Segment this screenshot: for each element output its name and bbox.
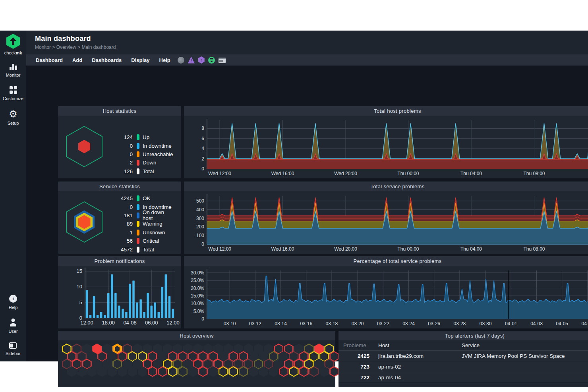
legend-row-up[interactable]: 124Up <box>110 133 176 141</box>
total-service-problems-chart[interactable]: 0100200300400500Wed 12:00Wed 16:00Wed 20… <box>184 191 588 255</box>
table-row[interactable]: 722ap-ms-04 <box>338 372 588 383</box>
host-hexagon[interactable] <box>228 366 238 377</box>
svg-text:15: 15 <box>77 268 82 274</box>
svg-text:04-07: 04-07 <box>582 321 588 326</box>
host-hexagon[interactable] <box>279 366 288 377</box>
brand-text: checkmk <box>4 50 22 55</box>
table-header-row: ProblemeHostService <box>338 340 588 351</box>
page: checkmk Monitor Customize ⚙ Setup i Help <box>0 0 588 392</box>
legend-value: 181 <box>110 212 133 218</box>
menu-item-help[interactable]: Help <box>159 57 170 63</box>
sidebar-item-help[interactable]: i Help <box>9 295 18 310</box>
svg-text:30.0%: 30.0% <box>191 270 204 276</box>
svg-text:03-26: 03-26 <box>428 321 440 326</box>
legend-row-unreachable[interactable]: 0Unreachable <box>110 150 176 158</box>
panel-host-overview: Host overview <box>58 331 335 387</box>
host-hexagon[interactable] <box>239 366 248 377</box>
host-hexagon[interactable] <box>168 366 178 377</box>
host-overview-grid <box>58 340 335 387</box>
legend-row-unknown[interactable]: 1Unknown <box>110 228 176 237</box>
host-hexagon[interactable] <box>178 366 188 377</box>
problem-notifications-chart[interactable]: 05101512:0018:0004-0806:0012:00 <box>58 266 181 330</box>
svg-text:Wed 12:00: Wed 12:00 <box>208 171 231 176</box>
legend-value: 89 <box>110 221 133 227</box>
legend-row-ok[interactable]: 4245OK <box>110 194 176 203</box>
svg-text:8: 8 <box>201 126 204 131</box>
page-title: Main dashboard <box>35 35 91 43</box>
host-hexagon[interactable] <box>198 366 208 377</box>
sidebar-item-customize[interactable]: Customize <box>3 86 23 101</box>
legend-value: 56 <box>110 238 133 244</box>
svg-text:03-12: 03-12 <box>249 321 261 326</box>
host-link[interactable]: ap-ms-04 <box>369 375 457 380</box>
checkmk-logo-icon <box>6 34 20 49</box>
legend-color-pill <box>137 204 139 210</box>
total_service_problems-svg: 0100200300400500Wed 12:00Wed 16:00Wed 20… <box>184 191 588 254</box>
service-statistics-hexagon[interactable] <box>58 191 110 254</box>
svg-text:03-10: 03-10 <box>224 321 236 326</box>
customize-icon <box>10 86 17 94</box>
menu-item-dashboard[interactable]: Dashboard <box>36 57 63 63</box>
sidebar-item-user[interactable]: User <box>8 319 17 334</box>
column-header[interactable]: Host <box>369 342 457 348</box>
host-hexagon <box>87 366 97 377</box>
menu-item-display[interactable]: Display <box>131 57 149 63</box>
host-hexagon[interactable] <box>289 366 299 377</box>
host-hexagon[interactable] <box>219 366 228 377</box>
host-link[interactable]: ap-ms-02 <box>369 364 457 370</box>
legend-row-in-downtime[interactable]: 0In downtime <box>110 141 176 150</box>
table-row[interactable]: 2425jira.lan.tribe29.comJVM JIRA Memory … <box>338 351 588 361</box>
sidebar-item-label: User <box>8 329 17 334</box>
window-icon[interactable] <box>219 58 226 63</box>
hexagon-up-icon[interactable]: ↑ <box>198 56 205 64</box>
sidebar-item-sidebar[interactable]: Sidebar <box>6 342 21 356</box>
percentage-service-problems-chart[interactable]: 05.0%10.0%15.0%20.0%25.0%30.0%03-1003-12… <box>184 266 588 330</box>
monitor-icon <box>10 64 17 70</box>
host-hexagon[interactable] <box>329 366 339 377</box>
table-row[interactable]: 723ap-ms-02 <box>338 361 588 372</box>
top-alerters-table: ProblemeHostService2425jira.lan.tribe29.… <box>338 340 588 383</box>
host-link[interactable]: jira.lan.tribe29.com <box>369 353 457 359</box>
svg-text:03-20: 03-20 <box>352 321 364 326</box>
host-hexagon[interactable] <box>299 366 309 377</box>
legend-label: In downtime <box>143 143 172 149</box>
legend-color-pill <box>137 247 139 253</box>
svg-text:04-03: 04-03 <box>530 321 543 326</box>
column-header[interactable]: Probleme <box>338 342 369 348</box>
svg-text:5.0%: 5.0% <box>193 309 205 314</box>
legend-value: 0 <box>110 204 133 210</box>
legend-row-total[interactable]: 126Total <box>110 167 176 176</box>
filter-icon[interactable] <box>208 57 215 64</box>
svg-text:500: 500 <box>196 198 204 204</box>
host-statistics-hexagon[interactable] <box>58 116 110 178</box>
legend-label: Unknown <box>143 230 165 236</box>
column-header[interactable]: Service <box>457 342 588 348</box>
menu-item-add[interactable]: Add <box>72 57 82 63</box>
legend-value: 2 <box>110 160 133 166</box>
panel-top-alerters: Top alerters (last 7 days) ProblemeHostS… <box>338 331 588 387</box>
svg-text:Thu 04:00: Thu 04:00 <box>460 171 482 176</box>
main-area: Main dashboard Monitor > Overview > Main… <box>26 31 588 361</box>
checkmk-logo[interactable]: checkmk <box>4 34 22 55</box>
legend-value: 4572 <box>110 247 133 253</box>
host-hexagon[interactable] <box>309 366 319 377</box>
service-link[interactable]: JVM JIRA Memory Pool PS Survivor Space <box>457 353 588 359</box>
host-hexagon[interactable] <box>148 366 157 377</box>
host-hexagon[interactable] <box>158 366 167 377</box>
panel-percentage-service-problems: Percentage of total service problems 05.… <box>184 256 588 328</box>
panel-title: Total host problems <box>184 106 588 116</box>
globe-icon[interactable] <box>178 57 184 64</box>
svg-text:03-16: 03-16 <box>300 321 312 326</box>
legend-row-down[interactable]: 2Down <box>110 158 176 167</box>
menu-item-dashboards[interactable]: Dashboards <box>92 57 122 63</box>
sidebar-item-monitor[interactable]: Monitor <box>6 64 21 77</box>
total-host-problems-chart[interactable]: 02468Wed 12:00Wed 16:00Wed 20:00Thu 00:0… <box>184 116 588 180</box>
legend-row-on-down-host[interactable]: 181On down host <box>110 211 176 220</box>
legend-row-total[interactable]: 4572Total <box>110 245 176 253</box>
sidebar-item-setup[interactable]: ⚙ Setup <box>8 110 19 126</box>
warning-triangle-icon[interactable]: ! <box>188 57 195 64</box>
panel-title: Percentage of total service problems <box>184 256 588 266</box>
legend-label: Unreachable <box>143 151 173 157</box>
legend-value: 126 <box>110 168 133 174</box>
legend-row-critical[interactable]: 56Critical <box>110 237 176 245</box>
